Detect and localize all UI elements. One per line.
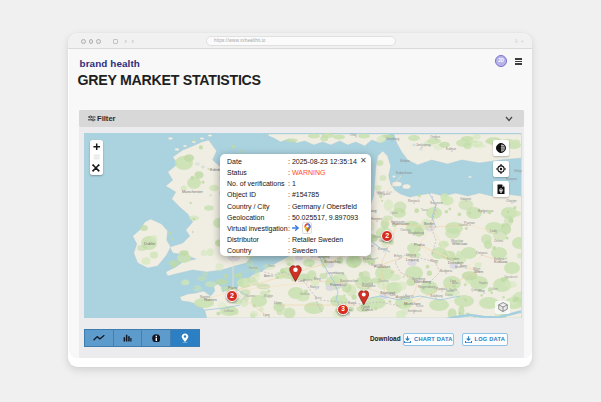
svg-text:Szczecin: Szczecin	[430, 201, 443, 205]
svg-text:Usti: Usti	[264, 274, 269, 278]
svg-text:Olomouc: Olomouc	[400, 228, 412, 232]
svg-text:Krakow: Krakow	[494, 259, 507, 264]
svg-text:Gent: Gent	[492, 287, 498, 291]
svg-text:Lyon: Lyon	[263, 313, 270, 317]
svg-text:Torun: Torun	[268, 264, 275, 268]
svg-text:Basel: Basel	[348, 301, 356, 305]
svg-text:Berlin: Berlin	[424, 221, 434, 226]
svg-text:Arras: Arras	[452, 281, 459, 285]
svg-text:Kaunas: Kaunas	[506, 177, 517, 181]
svg-text:Goteborg: Goteborg	[386, 137, 400, 141]
svg-text:Salzburg: Salzburg	[430, 294, 443, 298]
svg-text:Olsztyn: Olsztyn	[506, 199, 517, 203]
svg-text:Ostrava: Ostrava	[476, 251, 487, 255]
svg-text:Kalmar: Kalmar	[446, 147, 457, 151]
svg-text:München: München	[404, 301, 420, 306]
svg-text:Praha: Praha	[414, 242, 425, 247]
svg-text:Opole: Opole	[390, 211, 398, 215]
svg-text:Wroclaw: Wroclaw	[452, 241, 467, 246]
svg-text:Leipzig: Leipzig	[406, 257, 419, 262]
svg-text:Zwolle: Zwolle	[449, 288, 458, 292]
svg-text:Innsbruck: Innsbruck	[408, 309, 422, 313]
svg-text:Gdansk: Gdansk	[460, 197, 471, 201]
svg-text:Dresden: Dresden	[448, 260, 463, 265]
svg-text:Malmo: Malmo	[400, 159, 410, 163]
svg-text:Oslo: Oslo	[350, 133, 357, 137]
svg-text:Kielce: Kielce	[445, 293, 453, 297]
svg-text:Tours: Tours	[421, 208, 428, 212]
svg-text:Vilnius: Vilnius	[514, 169, 522, 173]
svg-text:Evreux: Evreux	[249, 266, 258, 270]
svg-text:Nürnberg: Nürnberg	[414, 279, 431, 284]
svg-text:Rostock: Rostock	[408, 199, 420, 203]
svg-text:Manchester: Manchester	[182, 189, 204, 194]
svg-text:Bruxelles: Bruxelles	[324, 259, 340, 264]
svg-text:Stuttgart: Stuttgart	[380, 290, 396, 295]
svg-text:Nancy: Nancy	[310, 285, 319, 289]
svg-text:Regensburg: Regensburg	[418, 285, 436, 289]
svg-text:Brugge: Brugge	[264, 294, 273, 298]
svg-text:Zielona: Zielona	[494, 239, 504, 243]
svg-text:Paderborn: Paderborn	[363, 257, 377, 261]
svg-text:Siedlce: Siedlce	[300, 292, 310, 296]
svg-text:Liberec: Liberec	[459, 223, 469, 227]
svg-text:Metz: Metz	[314, 277, 321, 281]
svg-text:Vannes: Vannes	[246, 294, 256, 298]
svg-text:Kobenhavn: Kobenhavn	[396, 171, 412, 175]
svg-text:Erfurt: Erfurt	[394, 254, 402, 258]
svg-text:Quimper: Quimper	[471, 288, 482, 292]
svg-text:Lodz: Lodz	[490, 229, 497, 233]
svg-text:Chartres: Chartres	[378, 279, 389, 283]
svg-text:Orebro: Orebro	[430, 135, 440, 139]
svg-text:Auxerre: Auxerre	[455, 265, 465, 269]
svg-text:Saarbrucken: Saarbrucken	[340, 279, 358, 283]
svg-text:Zittau: Zittau	[373, 235, 380, 239]
svg-text:Wloclawek: Wloclawek	[377, 192, 391, 196]
svg-text:Osnabruck: Osnabruck	[504, 275, 518, 279]
svg-text:Frankfurt: Frankfurt	[374, 264, 391, 269]
svg-text:Dijon: Dijon	[274, 301, 281, 305]
svg-text:Jonkoping: Jonkoping	[416, 143, 431, 147]
svg-text:Budweis: Budweis	[440, 269, 452, 273]
svg-text:Zürich: Zürich	[362, 307, 373, 312]
svg-text:LeMans: LeMans	[224, 309, 235, 313]
svg-text:Hradec: Hradec	[479, 281, 489, 285]
svg-text:Reims: Reims	[330, 282, 341, 287]
svg-text:Hannover: Hannover	[392, 221, 410, 226]
svg-text:Dublin: Dublin	[144, 241, 155, 246]
svg-text:Bremen: Bremen	[371, 217, 382, 221]
svg-text:Wien: Wien	[474, 269, 483, 274]
svg-text:Bielefeld: Bielefeld	[362, 282, 373, 286]
svg-text:Nantes: Nantes	[204, 297, 217, 302]
